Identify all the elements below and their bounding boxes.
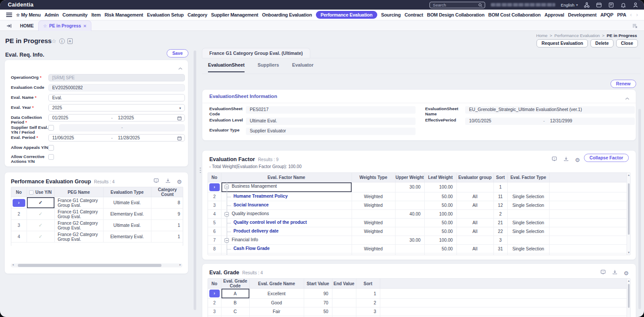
supplier-self-eval-checkbox[interactable] xyxy=(48,125,54,131)
factor-link[interactable]: Cash Flow Grade xyxy=(234,246,270,251)
scrollbar-thumb[interactable] xyxy=(628,183,630,235)
calendar-icon[interactable] xyxy=(177,116,182,122)
tooltip-icon[interactable] xyxy=(551,156,557,164)
scroll-right-icon[interactable]: ▸ xyxy=(179,263,181,266)
menu-item-development[interactable]: Development xyxy=(568,12,597,17)
group-tab-france-g1-ultimate[interactable]: France G1 Category Group Eval. (Ultimate… xyxy=(202,48,310,58)
factor-link[interactable]: Humane Treatment Policy xyxy=(234,194,288,199)
menu-item-bom-cost-collaboration[interactable]: BOM Cost Collaboration xyxy=(488,12,540,17)
factor-link[interactable]: Social Insurance xyxy=(234,202,269,207)
table-row[interactable]: 3 Social Insurance Weighted 50.00 All 12… xyxy=(208,201,627,209)
gear-icon[interactable]: ⚙ xyxy=(177,179,182,185)
menu-item-risk-management[interactable]: Risk Management xyxy=(104,12,143,17)
tab-evaluator[interactable]: Evaluator xyxy=(292,62,313,72)
tree-collapse-icon[interactable] xyxy=(225,212,229,216)
save-button[interactable]: Save xyxy=(167,49,188,57)
renew-button[interactable]: Renew xyxy=(610,80,636,88)
calendar-icon[interactable] xyxy=(596,2,602,8)
menu-item-my-menu[interactable]: ☆My Menu xyxy=(16,12,41,17)
data-collection-period-input[interactable]: 01/2025 - 12/2025 xyxy=(48,114,185,121)
scroll-left-icon[interactable]: ◂ xyxy=(12,263,14,266)
close-button[interactable]: Close xyxy=(616,39,638,47)
language-selector[interactable]: English ▾ xyxy=(561,3,578,7)
expand-panel-icon[interactable] xyxy=(6,23,12,30)
horizontal-scrollbar[interactable]: ◂ ▸ xyxy=(11,263,182,267)
gear-icon[interactable]: ⚙ xyxy=(575,157,580,163)
allow-corrective-checkbox[interactable] xyxy=(48,154,54,160)
table-row[interactable]: 6 Product delivery date Weighted 50.00 A… xyxy=(208,227,627,236)
global-search[interactable] xyxy=(429,2,485,8)
factor-link[interactable]: Product delivery date xyxy=(234,229,279,233)
request-evaluation-button[interactable]: Request Evaluation xyxy=(537,39,588,47)
peg-name-cell[interactable]: France G1 Category Group Eval. xyxy=(54,197,103,209)
breadcrumb-performance-evaluation[interactable]: Performance Evaluation xyxy=(554,33,600,38)
table-row[interactable]: 8 Cash Flow Grade Weighted 50.00 All 31 … xyxy=(208,244,627,253)
favorite-star-icon[interactable]: ☆ xyxy=(51,38,57,44)
peg-name-cell[interactable]: France G1 Category Group Eval. xyxy=(54,209,103,220)
header-checkbox[interactable] xyxy=(29,190,34,195)
menu-item-approval[interactable]: Approval xyxy=(544,12,564,17)
menu-item-sourcing[interactable]: Sourcing xyxy=(381,12,401,17)
scroll-down-icon[interactable]: ▼ xyxy=(627,251,631,254)
menu-item-ppa[interactable]: PPA xyxy=(617,12,626,17)
manual-icon[interactable]: A xyxy=(67,38,73,44)
bell-icon[interactable] xyxy=(620,2,627,8)
download-icon[interactable] xyxy=(165,178,171,185)
tab-home[interactable]: HOME xyxy=(20,23,34,28)
table-row[interactable]: 3 ✓ France G2 Category Group Eval. Ultim… xyxy=(11,220,183,231)
menu-scroll-left-icon[interactable]: ‹ xyxy=(630,12,632,18)
gear-icon[interactable]: ⚙ xyxy=(624,270,629,276)
download-icon[interactable] xyxy=(612,269,618,277)
close-tab-icon[interactable]: ✕ xyxy=(83,24,87,28)
left-panel-scrollbar[interactable] xyxy=(194,51,196,310)
table-row[interactable]: 5 Quality control level of the product W… xyxy=(208,218,627,227)
scrollbar-thumb[interactable] xyxy=(18,264,161,267)
tooltip-icon[interactable] xyxy=(600,269,606,277)
vertical-scrollbar[interactable]: ▲ ▼ xyxy=(627,173,630,255)
tab-evaluationsheet[interactable]: EvaluationSheet xyxy=(208,62,245,72)
hamburger-menu-icon[interactable] xyxy=(6,13,12,17)
factor-name-cell[interactable]: Business Management xyxy=(221,182,352,192)
calendar-icon[interactable] xyxy=(177,136,182,142)
menu-item-supplier-management[interactable]: Supplier Management xyxy=(211,12,258,17)
table-row[interactable]: 3 C Fair 50 3 xyxy=(208,307,627,316)
eval-year-select[interactable]: 2025▾ xyxy=(48,104,185,111)
collapse-factor-button[interactable]: Collapse Factor xyxy=(584,154,629,162)
close-all-tabs-icon[interactable] xyxy=(632,23,638,30)
tab-pe-in-progress[interactable]: ☆ PE in Progress ✕ xyxy=(38,20,91,31)
search-input[interactable] xyxy=(433,2,476,8)
allow-appeals-checkbox[interactable] xyxy=(48,145,54,151)
tree-collapse-icon[interactable] xyxy=(225,185,229,189)
notes-icon[interactable] xyxy=(608,2,614,8)
info-icon[interactable]: i xyxy=(59,38,65,44)
org-chart-icon[interactable] xyxy=(584,2,590,8)
panel-splitter[interactable] xyxy=(198,31,202,317)
table-row[interactable]: 2 Humane Treatment Policy Weighted 50.00… xyxy=(208,192,627,201)
table-row-selected[interactable]: › ✓ France G1 Category Group Eval. Ultim… xyxy=(11,197,183,209)
grade-code-cell[interactable]: A xyxy=(221,289,249,299)
factor-link[interactable]: Quality control level of the product xyxy=(234,220,307,225)
menu-item-category[interactable]: Category xyxy=(188,12,207,17)
table-row[interactable]: 2 ✓ France G1 Category Group Eval. Eleme… xyxy=(11,209,183,220)
menu-item-evaluation-setup[interactable]: Evaluation Setup xyxy=(147,12,184,17)
right-panel-scrollbar[interactable] xyxy=(638,109,641,309)
menu-item-community[interactable]: Community xyxy=(63,12,88,17)
peg-name-cell[interactable]: France G2 Category Group Eval. xyxy=(54,231,103,243)
table-row[interactable]: 7 Financial Info 30.00 100.00 3 xyxy=(208,236,627,244)
menu-item-item[interactable]: Item xyxy=(91,12,101,17)
table-row-selected[interactable]: › Business Management 30.00 100.00 1 xyxy=(208,182,627,192)
table-row[interactable]: 4 ✓ France G2 Category Group Eval. Eleme… xyxy=(11,231,183,243)
menu-scroll-right-icon[interactable]: › xyxy=(636,12,638,18)
collapse-section-icon[interactable] xyxy=(178,64,183,72)
use-yn-checkbox-cell[interactable]: ✓ xyxy=(27,197,54,209)
menu-item-admin[interactable]: Admin xyxy=(44,12,59,17)
table-row[interactable]: 4 Quality inspections 40.00 100.00 2 xyxy=(208,209,627,218)
eval-period-input[interactable]: 11/06/2025 - 11/28/2025 xyxy=(48,134,185,142)
user-icon[interactable] xyxy=(632,2,639,8)
use-yn-checkbox-cell[interactable]: ✓ xyxy=(27,231,54,243)
download-icon[interactable] xyxy=(563,156,569,164)
use-yn-checkbox-cell[interactable]: ✓ xyxy=(27,209,54,220)
grade-code-cell[interactable]: B xyxy=(221,299,249,307)
menu-item-performance-evaluation-active[interactable]: Performance Evaluation xyxy=(316,11,377,19)
breadcrumb-home[interactable]: Home xyxy=(536,33,547,38)
